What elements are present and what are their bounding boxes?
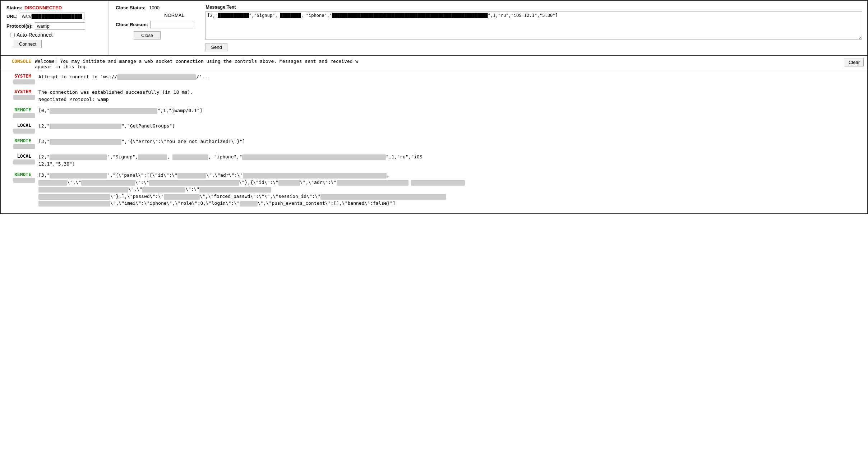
protocol-input[interactable] <box>35 22 85 30</box>
log-content: The connection was established successfu… <box>38 89 864 103</box>
clear-button[interactable]: Clear <box>845 58 864 66</box>
send-button[interactable]: Send <box>206 43 227 51</box>
close-status-label: Close Status: <box>116 5 146 10</box>
url-label: URL: <box>6 14 18 19</box>
log-timestamp <box>13 178 35 183</box>
log-entry: LOCAL [2," ","GetPanelGroups"] <box>4 122 864 134</box>
welcome-line1: Welcome! You may initiate and manage a w… <box>35 59 358 64</box>
log-timestamp <box>13 159 35 165</box>
protocol-label: Protocol(s): <box>6 23 33 29</box>
log-timestamp <box>13 95 35 100</box>
log-content: [3," ","{\"panel\":[{\"id\":\" \",\"adr\… <box>38 172 864 207</box>
log-tag-local: LOCAL <box>4 122 31 128</box>
normal-status: NORMAL <box>155 13 193 18</box>
log-content: [2," ","Signup", , , "iphone"," ",1 <box>38 153 864 167</box>
log-timestamp <box>13 113 35 118</box>
close-status-row: Close Status: 1000 <box>116 5 193 10</box>
close-status-value: 1000 <box>149 5 160 10</box>
welcome-line2: appear in this log. <box>35 64 88 69</box>
log-tag-block: REMOTE <box>4 138 35 149</box>
console-header: CONSOLE Welcome! You may initiate and ma… <box>1 56 867 71</box>
message-text-label: Message Text <box>206 4 862 10</box>
auto-reconnect-label: Auto-Reconnect <box>17 32 52 38</box>
log-timestamp <box>13 129 35 134</box>
log-content: Attempt to connect to 'ws:// /'... <box>38 73 864 80</box>
protocol-row: Protocol(s): <box>6 22 102 30</box>
close-reason-input[interactable] <box>150 21 193 28</box>
log-timestamp <box>13 79 35 84</box>
log-tag-block: REMOTE <box>4 107 35 118</box>
console-label: CONSOLE <box>4 59 31 64</box>
close-reason-row: Close Reason: <box>116 21 193 28</box>
log-entry: SYSTEM The connection was established su… <box>4 89 864 103</box>
log-tag-block: SYSTEM <box>4 73 35 84</box>
connection-section: Status: DISCONNECTED URL: Protocol(s): A… <box>1 1 108 55</box>
log-entry: REMOTE [3," ","{\"error\":\"You are not … <box>4 138 864 149</box>
message-section: Message Text [2,"████████████","Signup",… <box>200 1 867 55</box>
auto-reconnect-checkbox[interactable] <box>10 33 15 37</box>
status-row: Status: DISCONNECTED <box>6 5 102 10</box>
log-tag-local: LOCAL <box>4 153 31 159</box>
close-button[interactable]: Close <box>134 31 161 40</box>
log-entry: REMOTE [3," ","{\"panel\":[{\"id\":\" \"… <box>4 172 864 207</box>
log-tag-system: SYSTEM <box>4 89 31 94</box>
log-tag-block: LOCAL <box>4 153 35 165</box>
console-welcome-text: Welcome! You may initiate and manage a w… <box>35 59 864 69</box>
log-tag-remote: REMOTE <box>4 172 31 177</box>
log-content: [3," ","{\"error\":\"You are not authori… <box>38 138 864 145</box>
log-tag-block: REMOTE <box>4 172 35 183</box>
top-panel: Status: DISCONNECTED URL: Protocol(s): A… <box>0 0 868 56</box>
url-input[interactable] <box>20 13 84 20</box>
log-tag-system: SYSTEM <box>4 73 31 79</box>
console-log: SYSTEM Attempt to connect to 'ws:// /'..… <box>1 71 867 213</box>
log-content: [2," ","GetPanelGroups"] <box>38 122 864 130</box>
status-label: Status: <box>6 5 22 10</box>
log-timestamp <box>13 144 35 149</box>
log-entry: LOCAL [2," ","Signup", , , "iphone"," <box>4 153 864 167</box>
log-content: [0," ",1,"jwamp/0.1"] <box>38 107 864 114</box>
connect-button[interactable]: Connect <box>14 40 42 48</box>
close-section: Close Status: 1000 NORMAL Close Reason: … <box>108 1 200 55</box>
log-entry: REMOTE [0," ",1,"jwamp/0.1"] <box>4 107 864 118</box>
log-entry: SYSTEM Attempt to connect to 'ws:// /'..… <box>4 73 864 84</box>
console-panel: CONSOLE Welcome! You may initiate and ma… <box>0 56 868 214</box>
log-tag-block: SYSTEM <box>4 89 35 100</box>
message-textarea[interactable]: [2,"████████████","Signup", ████████, "i… <box>206 11 862 40</box>
url-row: URL: <box>6 13 102 20</box>
auto-reconnect-row: Auto-Reconnect <box>10 32 102 38</box>
log-tag-remote: REMOTE <box>4 138 31 143</box>
log-tag-block: LOCAL <box>4 122 35 134</box>
log-tag-remote: REMOTE <box>4 107 31 112</box>
status-value: DISCONNECTED <box>24 5 62 10</box>
close-reason-label: Close Reason: <box>116 22 148 27</box>
